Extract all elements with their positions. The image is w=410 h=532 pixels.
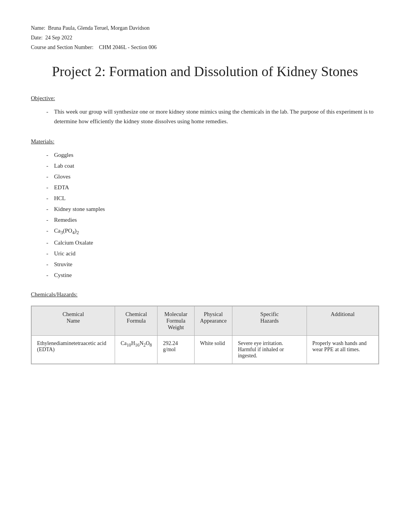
col-header-additional: Additional xyxy=(307,306,379,335)
materials-list: Goggles Lab coat Gloves EDTA HCL Kidney … xyxy=(31,150,379,280)
list-item: Gloves xyxy=(46,172,379,181)
name-label: Name: xyxy=(31,25,45,31)
cell-additional: Properly wash hands and wear PPE at all … xyxy=(307,335,379,364)
objective-body: This week our group will synthesize one … xyxy=(54,109,373,125)
date-label: Date: xyxy=(31,35,42,41)
list-item: EDTA xyxy=(46,183,379,192)
chemicals-table-wrapper: ChemicalName ChemicalFormula MolecularFo… xyxy=(31,306,379,364)
table-row: Ethylenediaminetetraacetic acid (EDTA) C… xyxy=(32,335,379,364)
list-item: Lab coat xyxy=(46,161,379,170)
materials-label: Materials: xyxy=(31,138,379,145)
cell-chemical-formula: Ca10H16N2O8 xyxy=(115,335,158,364)
col-header-name: ChemicalName xyxy=(32,306,115,335)
header-date-line: Date: 24 Sep 2022 xyxy=(31,33,379,42)
course-value: CHM 2046L - Section 006 xyxy=(99,44,157,50)
header-name-line: Name: Bruna Paula, Glenda Teruel, Morgan… xyxy=(31,23,379,33)
list-item: Kidney stone samples xyxy=(46,204,379,214)
list-item: Calcium Oxalate xyxy=(46,238,379,247)
list-item: Uric acid xyxy=(46,249,379,258)
header-info: Name: Bruna Paula, Glenda Teruel, Morgan… xyxy=(31,23,379,53)
col-header-weight: MolecularFormulaWeight xyxy=(158,306,195,335)
header-course-line: Course and Section Number: CHM 2046L - S… xyxy=(31,42,379,52)
list-item: HCL xyxy=(46,194,379,203)
list-item: Remedies xyxy=(46,215,379,224)
objective-text-block: This week our group will synthesize one … xyxy=(31,107,379,127)
list-item: Cystine xyxy=(46,270,379,280)
chemicals-hazards-section: Chemicals/Hazards: ChemicalName Chemical… xyxy=(31,291,379,364)
name-value: Bruna Paula, Glenda Teruel, Morgan David… xyxy=(48,25,149,31)
objective-section: Objective: This week our group will synt… xyxy=(31,95,379,127)
course-label: Course and Section Number: xyxy=(31,44,93,50)
chemicals-table: ChemicalName ChemicalFormula MolecularFo… xyxy=(31,306,379,364)
page-title: Project 2: Formation and Dissolution of … xyxy=(31,63,379,80)
cell-molecular-weight: 292.24 g/mol xyxy=(158,335,195,364)
col-header-formula: ChemicalFormula xyxy=(115,306,158,335)
list-item: Goggles xyxy=(46,150,379,160)
list-item: Ca3(PO4)2 xyxy=(46,226,379,236)
objective-label: Objective: xyxy=(31,95,379,102)
cell-chemical-name: Ethylenediaminetetraacetic acid (EDTA) xyxy=(32,335,115,364)
date-value: 24 Sep 2022 xyxy=(45,35,72,41)
materials-section: Materials: Goggles Lab coat Gloves EDTA … xyxy=(31,138,379,280)
col-header-hazards: SpecificHazards xyxy=(232,306,307,335)
table-header-row: ChemicalName ChemicalFormula MolecularFo… xyxy=(32,306,379,335)
col-header-appearance: PhysicalAppearance xyxy=(194,306,232,335)
cell-hazards: Severe eye irritation. Harmful if inhale… xyxy=(232,335,307,364)
chemicals-hazards-label: Chemicals/Hazards: xyxy=(31,291,379,298)
objective-item: This week our group will synthesize one … xyxy=(46,107,379,127)
list-item: Struvite xyxy=(46,260,379,269)
cell-appearance: White solid xyxy=(194,335,232,364)
